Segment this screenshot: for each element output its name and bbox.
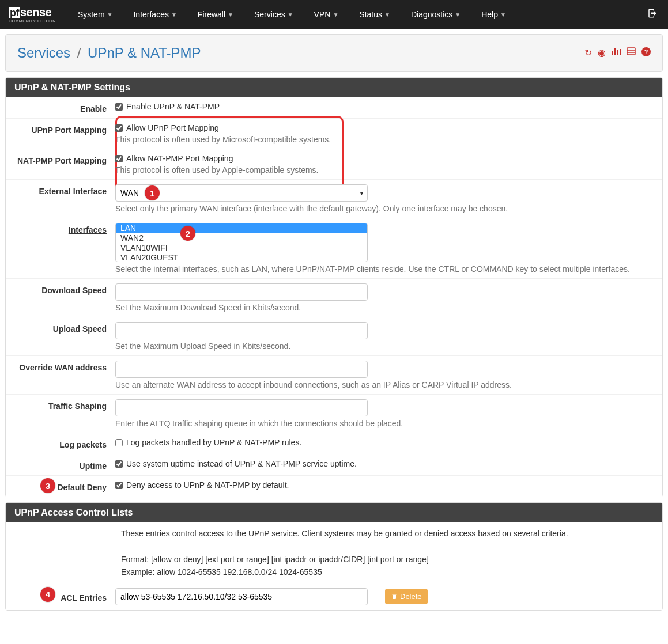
ext-iface-help: Select only the primary WAN interface (i… [115,204,654,213]
nav-vpn[interactable]: VPN▼ [304,0,349,29]
uptime-checkbox[interactable] [115,460,123,468]
logout-icon[interactable] [647,8,658,21]
traffic-shaping-input[interactable] [115,399,368,416]
iface-option-vlan10[interactable]: VLAN10WIFI [116,243,367,253]
natpmp-pm-help: This protocol is often used by Apple-com… [115,165,654,175]
svg-text:?: ? [644,48,648,55]
iface-option-wan2[interactable]: WAN2 [116,233,367,243]
interfaces-multiselect[interactable]: LAN WAN2 VLAN10WIFI VLAN20GUEST [115,223,368,262]
override-wan-label: Override WAN address [6,361,115,389]
upnp-pm-checkbox[interactable] [115,124,123,132]
annotation-badge-4: 4 [40,587,55,602]
header-action-icons: ↻ ◉ ? [584,47,651,59]
acl-intro: These entries control access to the UPnP… [6,522,662,584]
logo[interactable]: pfsense COMMUNITY EDITION [9,6,56,23]
nav-help[interactable]: Help▼ [471,0,516,29]
status-icon[interactable] [612,47,621,59]
acl-panel-heading: UPnP Access Control Lists [6,503,662,522]
ul-speed-input[interactable] [115,322,368,339]
iface-option-vlan20[interactable]: VLAN20GUEST [116,253,367,262]
stop-service-icon[interactable]: ◉ [598,47,606,59]
delete-button[interactable]: Delete [385,589,428,604]
enable-label: Enable [6,102,115,113]
restart-service-icon[interactable]: ↻ [584,47,592,59]
nav-system[interactable]: System▼ [67,0,123,29]
dl-speed-input[interactable] [115,283,368,301]
nav-diagnostics[interactable]: Diagnostics▼ [401,0,471,29]
acl-entries-label: ACL Entries [6,591,115,603]
ul-speed-help: Set the Maximum Upload Speed in Kbits/se… [115,342,654,351]
annotation-badge-1: 1 [145,185,160,200]
settings-panel: UPnP & NAT-PMP Settings Enable Enable UP… [5,77,663,497]
breadcrumb-current[interactable]: UPnP & NAT-PMP [88,45,201,60]
upnp-pm-checkbox-label: Allow UPnP Port Mapping [126,123,219,132]
trash-icon [391,593,398,600]
interfaces-help: Select the internal interfaces, such as … [115,264,654,274]
interfaces-label: Interfaces [6,223,115,274]
breadcrumb-parent[interactable]: Services [17,45,70,60]
log-packets-checkbox-label: Log packets handled by UPnP & NAT-PMP ru… [126,438,301,447]
settings-panel-heading: UPnP & NAT-PMP Settings [6,78,662,97]
log-packets-label: Log packets [6,438,115,449]
override-wan-input[interactable] [115,361,368,378]
traffic-shaping-label: Traffic Shaping [6,399,115,428]
upnp-pm-help: This protocol is often used by Microsoft… [115,135,654,144]
breadcrumb: Services / UPnP & NAT-PMP [17,45,201,61]
traffic-shaping-help: Enter the ALTQ traffic shaping queue in … [115,419,654,428]
help-icon[interactable]: ? [641,47,651,59]
svg-rect-0 [627,48,635,55]
nav-services[interactable]: Services▼ [244,0,304,29]
nav-interfaces[interactable]: Interfaces▼ [123,0,187,29]
enable-checkbox[interactable] [115,103,123,111]
annotation-badge-2: 2 [180,226,195,241]
iface-option-lan[interactable]: LAN [116,223,367,233]
annotation-badge-3: 3 [40,478,55,493]
enable-checkbox-label: Enable UPnP & NAT-PMP [126,102,220,111]
page-header: Services / UPnP & NAT-PMP ↻ ◉ ? [5,34,663,72]
natpmp-pm-label: NAT-PMP Port Mapping [6,154,115,175]
nav-status[interactable]: Status▼ [349,0,401,29]
natpmp-pm-checkbox[interactable] [115,155,123,162]
default-deny-checkbox[interactable] [115,482,123,489]
acl-entry-input[interactable] [115,588,368,605]
dl-speed-label: Download Speed [6,283,115,312]
ext-iface-label: External Interface [6,184,115,213]
nav-menu: System▼ Interfaces▼ Firewall▼ Services▼ … [67,0,516,29]
natpmp-pm-checkbox-label: Allow NAT-PMP Port Mapping [126,154,233,163]
uptime-label: Uptime [6,459,115,471]
acl-panel: UPnP Access Control Lists These entries … [5,502,663,611]
uptime-checkbox-label: Use system uptime instead of UPnP & NAT-… [126,459,357,468]
override-wan-help: Use an alternate WAN address to accept i… [115,380,654,389]
ul-speed-label: Upload Speed [6,322,115,351]
dl-speed-help: Set the Maximum Download Speed in Kbits/… [115,303,654,312]
upnp-pm-label: UPnP Port Mapping [6,123,115,144]
default-deny-checkbox-label: Deny access to UPnP & NAT-PMP by default… [126,480,289,490]
log-packets-checkbox[interactable] [115,439,123,446]
top-navbar: pfsense COMMUNITY EDITION System▼ Interf… [0,0,668,29]
log-icon[interactable] [627,47,636,59]
default-deny-label: Default Deny [6,480,115,492]
nav-firewall[interactable]: Firewall▼ [187,0,244,29]
